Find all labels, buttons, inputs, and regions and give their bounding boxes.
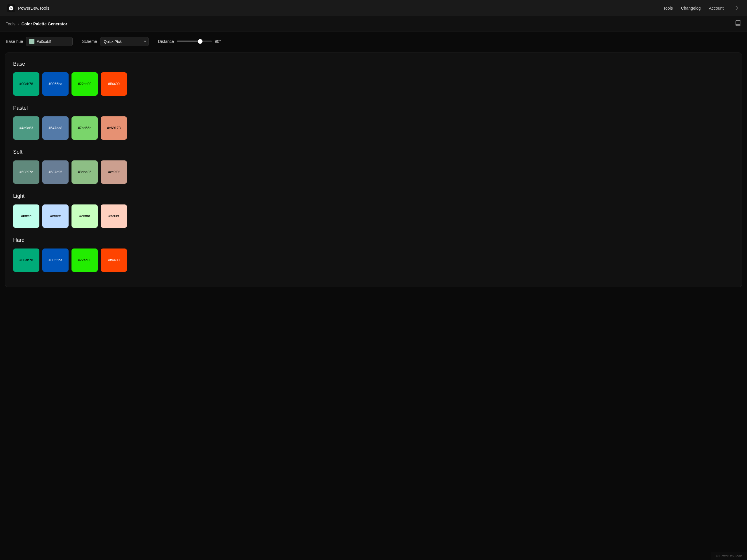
color-swatch-box[interactable]: #c8ffbf	[72, 205, 98, 228]
distance-slider-fill	[177, 41, 200, 42]
palette-section-title: Base	[13, 61, 734, 67]
color-swatch-box[interactable]: #687d95	[42, 160, 69, 184]
color-swatch-box[interactable]: #4d9a83	[13, 116, 40, 140]
scheme-label: Scheme	[82, 39, 97, 44]
base-hue-group: Base hue	[6, 37, 73, 46]
scheme-select-wrapper: Quick Pick Analogous Complementary Triad…	[100, 37, 149, 46]
palette-section: Light#bfffec#bfdcff#c8ffbf#ffd0bf	[13, 193, 734, 228]
distance-slider-thumb[interactable]	[198, 39, 203, 44]
breadcrumb: Tools › Color Palette Generator	[6, 22, 68, 26]
color-swatch-box[interactable]: #ffd0bf	[101, 205, 127, 228]
color-swatch-box[interactable]: #cc9f8f	[101, 160, 127, 184]
color-swatch-box[interactable]: #bfffec	[13, 205, 40, 228]
color-swatch-box[interactable]: #e69173	[101, 116, 127, 140]
swatches-row: #bfffec#bfdcff#c8ffbf#ffd0bf	[13, 205, 734, 228]
theme-toggle-button[interactable]: ☽	[732, 4, 740, 12]
nav-links: Tools Changelog Account ☽	[663, 4, 740, 12]
base-hue-text[interactable]	[37, 39, 70, 44]
top-nav: PowerDev.Tools Tools Changelog Account ☽	[0, 0, 747, 16]
palette-section: Base#00ab78#0055ba#22ed00#ff4400	[13, 61, 734, 96]
color-swatch-box[interactable]: #8dbe85	[72, 160, 98, 184]
palette-section-title: Hard	[13, 237, 734, 243]
main-card: Base#00ab78#0055ba#22ed00#ff4400Pastel#4…	[5, 53, 742, 287]
nav-changelog[interactable]: Changelog	[681, 6, 701, 10]
scheme-select[interactable]: Quick Pick Analogous Complementary Triad…	[100, 37, 149, 46]
color-swatch-box[interactable]: #22ed00	[72, 248, 98, 272]
controls-bar: Base hue Scheme Quick Pick Analogous Com…	[0, 31, 747, 51]
docs-icon[interactable]	[735, 20, 741, 28]
color-swatch-box[interactable]: #bfdcff	[42, 205, 69, 228]
color-swatch-box[interactable]: #ff4400	[101, 248, 127, 272]
footer-copyright: © PowerDev.Tools	[716, 554, 742, 558]
breadcrumb-current: Color Palette Generator	[21, 22, 67, 26]
palette-section: Pastel#4d9a83#547aa8#7ad56b#e69173	[13, 105, 734, 140]
color-swatch-box[interactable]: #0055ba	[42, 248, 69, 272]
base-hue-input[interactable]	[26, 37, 73, 46]
breadcrumb-separator: ›	[18, 22, 19, 26]
color-swatch-box[interactable]: #60897c	[13, 160, 40, 184]
base-hue-label: Base hue	[6, 39, 23, 44]
color-swatch-box[interactable]: #00ab78	[13, 72, 40, 96]
app-logo[interactable]: PowerDev.Tools	[7, 4, 49, 12]
base-hue-swatch	[29, 39, 34, 44]
color-swatch-box[interactable]: #ff4400	[101, 72, 127, 96]
breadcrumb-root[interactable]: Tools	[6, 22, 16, 26]
color-swatch-box[interactable]: #7ad56b	[72, 116, 98, 140]
palette-section-title: Soft	[13, 149, 734, 155]
distance-label: Distance	[158, 39, 174, 44]
palette-section-title: Light	[13, 193, 734, 199]
logo-icon	[7, 4, 15, 12]
swatches-row: #60897c#687d95#8dbe85#cc9f8f	[13, 160, 734, 184]
footer: © PowerDev.Tools	[712, 552, 747, 560]
palette-section: Hard#00ab78#0055ba#22ed00#ff4400	[13, 237, 734, 272]
color-swatch-box[interactable]: #0055ba	[42, 72, 69, 96]
scheme-group: Scheme Quick Pick Analogous Complementar…	[82, 37, 149, 46]
color-swatch-box[interactable]: #00ab78	[13, 248, 40, 272]
distance-value: 90°	[215, 39, 225, 44]
distance-slider[interactable]	[177, 41, 212, 42]
palette-section: Soft#60897c#687d95#8dbe85#cc9f8f	[13, 149, 734, 184]
app-name: PowerDev.Tools	[18, 5, 49, 10]
distance-group: Distance 90°	[158, 39, 225, 44]
color-swatch-box[interactable]: #547aa8	[42, 116, 69, 140]
breadcrumb-bar: Tools › Color Palette Generator	[0, 16, 747, 31]
swatches-row: #00ab78#0055ba#22ed00#ff4400	[13, 248, 734, 272]
palette-section-title: Pastel	[13, 105, 734, 111]
color-swatch-box[interactable]: #22ed00	[72, 72, 98, 96]
nav-account[interactable]: Account	[709, 6, 724, 10]
nav-tools[interactable]: Tools	[663, 6, 673, 10]
swatches-row: #00ab78#0055ba#22ed00#ff4400	[13, 72, 734, 96]
swatches-row: #4d9a83#547aa8#7ad56b#e69173	[13, 116, 734, 140]
